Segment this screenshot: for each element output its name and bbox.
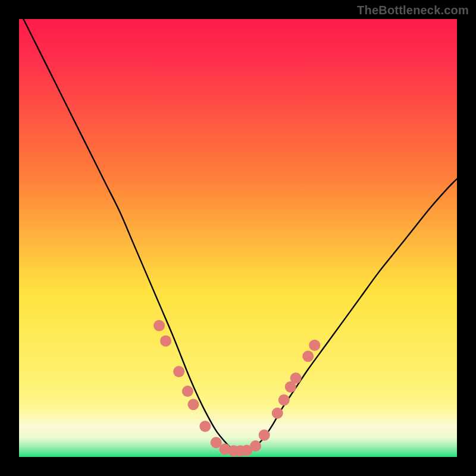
data-point-marker bbox=[259, 430, 270, 441]
watermark-text: TheBottleneck.com bbox=[357, 4, 469, 17]
data-point-marker bbox=[182, 386, 193, 397]
data-point-marker bbox=[290, 372, 302, 384]
plot-area bbox=[19, 19, 457, 457]
bottleneck-curve bbox=[23, 19, 457, 451]
data-point-marker bbox=[199, 421, 211, 432]
curve-layer bbox=[19, 19, 457, 457]
curve-markers bbox=[154, 320, 320, 457]
data-point-marker bbox=[272, 408, 283, 419]
data-point-marker bbox=[309, 340, 320, 351]
data-point-marker bbox=[173, 366, 184, 377]
outer-black-frame: TheBottleneck.com bbox=[0, 0, 476, 476]
data-point-marker bbox=[278, 394, 290, 406]
data-point-marker bbox=[250, 440, 261, 452]
data-point-marker bbox=[302, 350, 314, 362]
data-point-marker bbox=[187, 399, 199, 410]
data-point-marker bbox=[160, 335, 171, 346]
data-point-marker bbox=[154, 320, 165, 331]
